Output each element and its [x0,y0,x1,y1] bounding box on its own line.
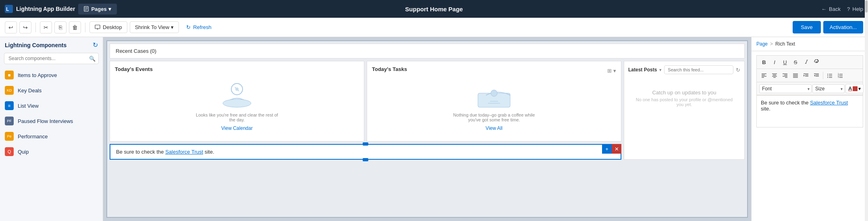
recent-cases-label: Recent Cases (0) [116,48,156,54]
link-button[interactable] [812,57,821,67]
resize-handle-bottom[interactable] [363,158,368,161]
app-branding: L Lightning App Builder Pages ▾ [5,4,117,15]
desktop-label: Desktop [103,24,122,30]
today-events-body: Looks like you're free and clear the res… [115,75,359,136]
sidebar-item-quip[interactable]: Q Quip [0,144,103,159]
recent-cases-bar: Recent Cases (0) [110,44,745,58]
editor-trust-link[interactable]: Salesforce Trust [810,100,848,106]
sidebar-item-list-view[interactable]: ≡ List View [0,98,103,113]
resize-handle-top[interactable] [363,142,368,146]
sidebar-refresh-icon[interactable]: ↻ [93,41,98,49]
shrink-button[interactable]: Shrink To View ▾ [130,21,179,33]
feed-dropdown-icon[interactable]: ▾ [659,67,662,73]
rich-text-remove-button[interactable]: ✕ [612,144,621,154]
feed-refresh-icon[interactable]: ↻ [736,67,740,73]
copy-button[interactable]: ⎘ [54,21,66,33]
underline-button[interactable]: U [780,57,790,67]
editor-text-before: Be sure to check the [761,100,810,106]
editor-content[interactable]: Be sure to check the Salesforce Trust si… [756,95,863,127]
today-events-msg: Looks like you're free and clear the res… [193,113,281,122]
align-right-button[interactable] [780,71,790,80]
latest-posts-header: Latest Posts ▾ ↻ [628,65,740,74]
activation-button[interactable]: Activation... [823,21,863,33]
top-bar-actions: ← Back ? Help [821,6,863,12]
outdent-button[interactable] [812,71,821,80]
editor-alignment-toolbar: 1.2.3. [756,69,863,82]
bullet-list-button[interactable] [825,71,835,80]
pages-button[interactable]: Pages ▾ [78,4,116,15]
today-tasks-msg: Nothing due today–go grab a coffee while… [450,113,538,122]
editor-text-after: site. [761,106,770,112]
left-sidebar: Lightning Components ↻ 🔍 ■ Items to Appr… [0,37,103,221]
back-button[interactable]: ← Back [821,6,841,12]
component-list: ■ Items to Approve KD Key Deals ≡ List V… [0,67,103,221]
link-icon [814,59,819,65]
align-center-icon [772,73,777,78]
bold-button[interactable]: B [759,57,769,67]
sidebar-title: Lightning Components [5,42,66,48]
cut-button[interactable]: ✂ [40,21,52,33]
desktop-icon [95,25,100,30]
align-left-icon [761,73,767,78]
page-title: Support Home Page [405,6,463,13]
rich-text-editor-panel: B I U S 𝐼 [752,51,868,221]
toolbar: ↩ ↪ ✂ ⎘ 🗑 Desktop Shrink To View ▾ ↻ Ref… [0,18,868,37]
desktop-view-button[interactable]: Desktop [89,21,127,33]
help-button[interactable]: ? Help [847,6,863,12]
editor-separator [823,72,823,79]
salesforce-trust-link[interactable]: Salesforce Trust [165,149,203,155]
today-tasks-card: Today's Tasks ⊞ ▾ [367,61,621,142]
view-calendar-link[interactable]: View Calendar [221,125,253,131]
sidebar-item-paused-flow[interactable]: PF Paused Flow Interviews [0,113,103,129]
canvas-area: Recent Cases (0) Today's Events [103,37,751,221]
top-bar: L Lightning App Builder Pages ▾ Support … [0,0,868,18]
rich-text-component[interactable]: + ✕ Be sure to check the Salesforce Trus… [110,144,621,160]
align-justify-button[interactable] [791,71,800,80]
italic-fancy-button[interactable]: 𝐼 [801,57,811,67]
rich-text-before: Be sure to check the [116,149,165,155]
list-view-label: List View [18,103,39,109]
sidebar-item-key-deals[interactable]: KD Key Deals [0,83,103,98]
items-to-approve-icon: ■ [5,71,14,79]
view-all-link[interactable]: View All [486,125,503,131]
color-dropdown-icon: ▾ [858,86,861,92]
font-select[interactable]: Font Arial Times New Roman [759,84,812,93]
indent-icon [803,73,809,78]
rich-text-actions: + ✕ [602,144,621,154]
font-color-button[interactable]: A ▾ [845,84,864,93]
scroll-track[interactable] [865,37,868,221]
undo-button[interactable]: ↩ [5,21,17,33]
quip-label: Quip [18,149,29,155]
svg-text:L: L [6,6,9,12]
indent-button[interactable] [801,71,811,80]
svg-point-41 [827,75,828,76]
breadcrumb-page-link[interactable]: Page [756,41,768,47]
rich-text-add-button[interactable]: + [602,144,612,154]
help-icon: ? [847,6,850,12]
svg-text:3.: 3. [838,76,839,78]
shrink-chevron-icon: ▾ [171,24,174,30]
delete-button[interactable]: 🗑 [69,21,81,33]
right-panel: Page > Rich Text B I U S 𝐼 [751,37,868,221]
numbered-list-button[interactable]: 1.2.3. [835,71,845,80]
refresh-button[interactable]: ↻ Refresh [181,22,216,33]
rich-text-content: Be sure to check the Salesforce Trust si… [110,145,621,159]
save-button[interactable]: Save [793,21,821,33]
search-input[interactable] [4,53,99,64]
breadcrumb: Page > Rich Text [752,37,868,51]
sidebar-item-performance[interactable]: Pe Performance [0,129,103,144]
today-tasks-title: Today's Tasks [372,66,407,72]
redo-button[interactable]: ↪ [19,21,31,33]
paused-flow-icon: PF [5,117,14,125]
sidebar-item-items-to-approve[interactable]: ■ Items to Approve [0,67,103,83]
italic-button[interactable]: I [770,57,779,67]
tasks-more-icon[interactable]: ▾ [613,68,616,74]
search-box: 🔍 [4,53,99,64]
align-left-button[interactable] [759,71,769,80]
size-select[interactable]: Size 12 14 16 [812,84,845,93]
tasks-illustration [470,81,518,109]
strikethrough-button[interactable]: S [791,57,800,67]
tasks-menu-icon[interactable]: ⊞ [607,68,612,74]
search-feed-input[interactable] [664,65,733,74]
align-center-button[interactable] [770,71,779,80]
